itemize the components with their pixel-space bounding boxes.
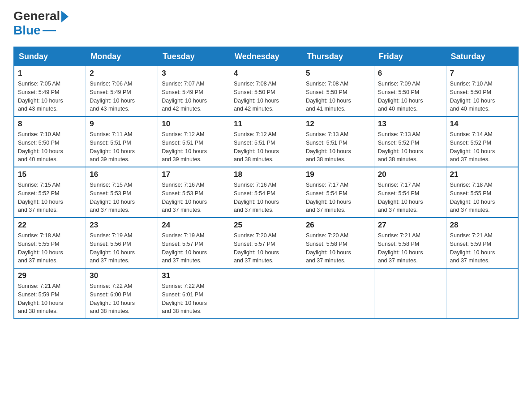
calendar-cell: 14 Sunrise: 7:14 AMSunset: 5:52 PMDaylig…: [446, 116, 518, 167]
calendar-cell: [446, 268, 518, 319]
day-info: Sunrise: 7:20 AMSunset: 5:57 PMDaylight:…: [234, 231, 298, 265]
day-info: Sunrise: 7:10 AMSunset: 5:50 PMDaylight:…: [18, 130, 82, 164]
day-info: Sunrise: 7:19 AMSunset: 5:56 PMDaylight:…: [90, 231, 154, 265]
calendar-week-row: 22 Sunrise: 7:18 AMSunset: 5:55 PMDaylig…: [14, 218, 518, 268]
calendar-cell: 9 Sunrise: 7:11 AMSunset: 5:51 PMDayligh…: [86, 116, 158, 167]
day-number: 28: [450, 221, 514, 230]
day-info: Sunrise: 7:21 AMSunset: 5:58 PMDaylight:…: [378, 231, 442, 265]
column-header-tuesday: Tuesday: [158, 47, 230, 66]
calendar-cell: 5 Sunrise: 7:08 AMSunset: 5:50 PMDayligh…: [302, 66, 374, 117]
calendar-cell: 19 Sunrise: 7:17 AMSunset: 5:54 PMDaylig…: [302, 167, 374, 218]
day-number: 17: [162, 170, 226, 179]
day-number: 13: [378, 120, 442, 128]
day-number: 1: [18, 69, 82, 78]
calendar-cell: [374, 268, 446, 319]
day-info: Sunrise: 7:12 AMSunset: 5:51 PMDaylight:…: [234, 130, 298, 164]
day-number: 23: [90, 221, 154, 230]
calendar-cell: 3 Sunrise: 7:07 AMSunset: 5:49 PMDayligh…: [158, 66, 230, 117]
calendar-cell: 17 Sunrise: 7:16 AMSunset: 5:53 PMDaylig…: [158, 167, 230, 218]
calendar-cell: 2 Sunrise: 7:06 AMSunset: 5:49 PMDayligh…: [86, 66, 158, 117]
calendar-cell: 7 Sunrise: 7:10 AMSunset: 5:50 PMDayligh…: [446, 66, 518, 117]
calendar-cell: 12 Sunrise: 7:13 AMSunset: 5:51 PMDaylig…: [302, 116, 374, 167]
calendar-header-row: SundayMondayTuesdayWednesdayThursdayFrid…: [14, 47, 518, 66]
calendar-cell: 21 Sunrise: 7:18 AMSunset: 5:55 PMDaylig…: [446, 167, 518, 218]
column-header-wednesday: Wednesday: [230, 47, 302, 66]
calendar-week-row: 29 Sunrise: 7:21 AMSunset: 5:59 PMDaylig…: [14, 268, 518, 319]
day-info: Sunrise: 7:18 AMSunset: 5:55 PMDaylight:…: [18, 231, 82, 265]
day-number: 10: [162, 120, 226, 128]
day-number: 3: [162, 69, 226, 78]
day-number: 31: [162, 271, 226, 280]
day-info: Sunrise: 7:08 AMSunset: 5:50 PMDaylight:…: [234, 80, 298, 113]
logo-underline: [43, 30, 56, 31]
day-info: Sunrise: 7:06 AMSunset: 5:49 PMDaylight:…: [90, 80, 154, 113]
calendar-cell: 1 Sunrise: 7:05 AMSunset: 5:49 PMDayligh…: [14, 66, 86, 117]
day-number: 4: [234, 69, 298, 78]
day-number: 8: [18, 120, 82, 128]
calendar-cell: 15 Sunrise: 7:15 AMSunset: 5:52 PMDaylig…: [14, 167, 86, 218]
day-number: 15: [18, 170, 82, 179]
day-number: 9: [90, 120, 154, 128]
calendar-cell: 13 Sunrise: 7:13 AMSunset: 5:52 PMDaylig…: [374, 116, 446, 167]
calendar-cell: 27 Sunrise: 7:21 AMSunset: 5:58 PMDaylig…: [374, 218, 446, 268]
calendar-cell: 6 Sunrise: 7:09 AMSunset: 5:50 PMDayligh…: [374, 66, 446, 117]
day-info: Sunrise: 7:13 AMSunset: 5:52 PMDaylight:…: [378, 130, 442, 164]
calendar-cell: 10 Sunrise: 7:12 AMSunset: 5:51 PMDaylig…: [158, 116, 230, 167]
day-info: Sunrise: 7:17 AMSunset: 5:54 PMDaylight:…: [378, 181, 442, 214]
column-header-saturday: Saturday: [446, 47, 518, 66]
day-info: Sunrise: 7:16 AMSunset: 5:54 PMDaylight:…: [234, 181, 298, 214]
logo-line2: Blue: [13, 23, 56, 38]
calendar-cell: [302, 268, 374, 319]
day-number: 19: [306, 170, 370, 179]
day-number: 12: [306, 120, 370, 128]
calendar-cell: 24 Sunrise: 7:19 AMSunset: 5:57 PMDaylig…: [158, 218, 230, 268]
day-number: 2: [90, 69, 154, 78]
day-info: Sunrise: 7:14 AMSunset: 5:52 PMDaylight:…: [450, 130, 514, 164]
calendar-cell: 16 Sunrise: 7:15 AMSunset: 5:53 PMDaylig…: [86, 167, 158, 218]
calendar-table: SundayMondayTuesdayWednesdayThursdayFrid…: [13, 47, 519, 319]
day-info: Sunrise: 7:22 AMSunset: 6:01 PMDaylight:…: [162, 282, 226, 316]
calendar-cell: 29 Sunrise: 7:21 AMSunset: 5:59 PMDaylig…: [14, 268, 86, 319]
day-info: Sunrise: 7:05 AMSunset: 5:49 PMDaylight:…: [18, 80, 82, 113]
day-info: Sunrise: 7:07 AMSunset: 5:49 PMDaylight:…: [162, 80, 226, 113]
logo-line1: General: [13, 9, 69, 23]
calendar-week-row: 15 Sunrise: 7:15 AMSunset: 5:52 PMDaylig…: [14, 167, 518, 218]
day-number: 16: [90, 170, 154, 179]
calendar-cell: 23 Sunrise: 7:19 AMSunset: 5:56 PMDaylig…: [86, 218, 158, 268]
day-info: Sunrise: 7:21 AMSunset: 5:59 PMDaylight:…: [18, 282, 82, 316]
day-info: Sunrise: 7:10 AMSunset: 5:50 PMDaylight:…: [450, 80, 514, 113]
day-info: Sunrise: 7:17 AMSunset: 5:54 PMDaylight:…: [306, 181, 370, 214]
day-number: 30: [90, 271, 154, 280]
calendar-cell: 28 Sunrise: 7:21 AMSunset: 5:59 PMDaylig…: [446, 218, 518, 268]
day-info: Sunrise: 7:20 AMSunset: 5:58 PMDaylight:…: [306, 231, 370, 265]
day-number: 21: [450, 170, 514, 179]
day-info: Sunrise: 7:15 AMSunset: 5:52 PMDaylight:…: [18, 181, 82, 214]
calendar-week-row: 8 Sunrise: 7:10 AMSunset: 5:50 PMDayligh…: [14, 116, 518, 167]
day-number: 11: [234, 120, 298, 128]
day-info: Sunrise: 7:15 AMSunset: 5:53 PMDaylight:…: [90, 181, 154, 214]
day-info: Sunrise: 7:21 AMSunset: 5:59 PMDaylight:…: [450, 231, 514, 265]
day-info: Sunrise: 7:16 AMSunset: 5:53 PMDaylight:…: [162, 181, 226, 214]
calendar-cell: 20 Sunrise: 7:17 AMSunset: 5:54 PMDaylig…: [374, 167, 446, 218]
day-number: 24: [162, 221, 226, 230]
logo-blue-word: Blue: [13, 23, 41, 38]
page-header: General Blue: [13, 9, 519, 38]
column-header-sunday: Sunday: [14, 47, 86, 66]
column-header-friday: Friday: [374, 47, 446, 66]
calendar-cell: 30 Sunrise: 7:22 AMSunset: 6:00 PMDaylig…: [86, 268, 158, 319]
calendar-cell: 25 Sunrise: 7:20 AMSunset: 5:57 PMDaylig…: [230, 218, 302, 268]
day-number: 7: [450, 69, 514, 78]
day-number: 14: [450, 120, 514, 128]
day-info: Sunrise: 7:22 AMSunset: 6:00 PMDaylight:…: [90, 282, 154, 316]
logo: General Blue: [13, 9, 69, 38]
day-number: 6: [378, 69, 442, 78]
calendar-cell: 26 Sunrise: 7:20 AMSunset: 5:58 PMDaylig…: [302, 218, 374, 268]
logo-arrow-icon: [61, 11, 69, 22]
column-header-monday: Monday: [86, 47, 158, 66]
calendar-cell: 11 Sunrise: 7:12 AMSunset: 5:51 PMDaylig…: [230, 116, 302, 167]
calendar-cell: 31 Sunrise: 7:22 AMSunset: 6:01 PMDaylig…: [158, 268, 230, 319]
calendar-cell: 22 Sunrise: 7:18 AMSunset: 5:55 PMDaylig…: [14, 218, 86, 268]
calendar-cell: [230, 268, 302, 319]
day-info: Sunrise: 7:11 AMSunset: 5:51 PMDaylight:…: [90, 130, 154, 164]
day-number: 20: [378, 170, 442, 179]
